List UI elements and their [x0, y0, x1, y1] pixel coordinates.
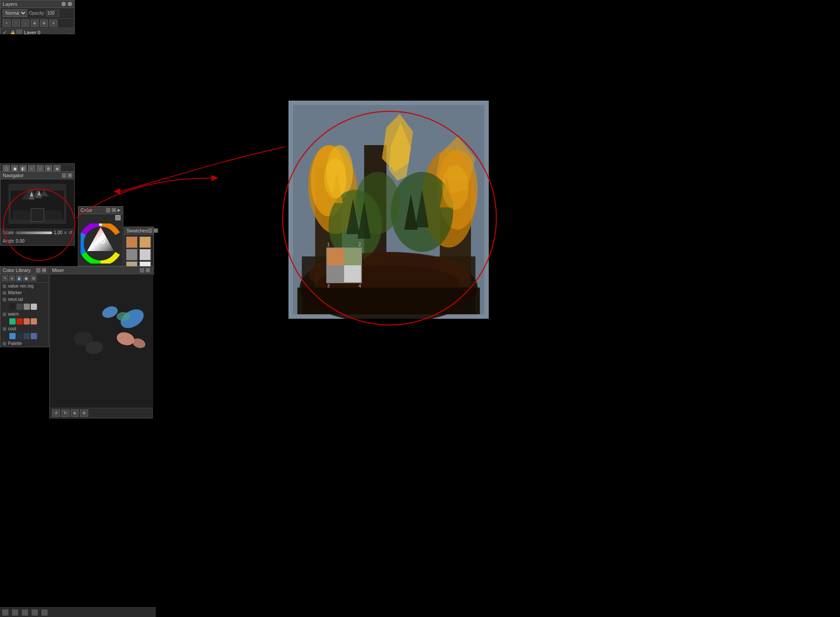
layers-close-icon[interactable]: [68, 2, 72, 6]
warm-swatch-3[interactable]: [24, 318, 30, 325]
cl-item-value-rendering[interactable]: value ren.ing: [0, 283, 49, 289]
status-icon-3[interactable]: [22, 609, 28, 616]
opacity-input[interactable]: 100: [46, 10, 59, 16]
mixer-minimize[interactable]: _: [140, 268, 144, 272]
status-icon-2[interactable]: [12, 609, 18, 616]
mixer-settings[interactable]: ⚙: [80, 410, 88, 417]
color-library-titlebar: Color Library _ ✕: [0, 267, 49, 274]
mixer-canvas[interactable]: [50, 274, 152, 408]
cl-item-neutral[interactable]: neut.ral: [0, 296, 49, 303]
navigator-thumbnail: [8, 184, 66, 224]
svg-rect-50: [297, 288, 480, 314]
color-close[interactable]: ✕: [112, 208, 116, 212]
color-square-view[interactable]: [115, 215, 121, 220]
picker-grid[interactable]: [327, 248, 361, 282]
layers-panel-titlebar: Layers: [0, 0, 74, 8]
color-triangle-icon[interactable]: ▶: [118, 208, 121, 212]
color-type-row: [78, 214, 123, 221]
picker-cell-2[interactable]: [344, 248, 361, 265]
color-minimize[interactable]: _: [106, 208, 110, 212]
cool-swatch-2[interactable]: [16, 333, 23, 339]
warm-swatches: [0, 317, 49, 325]
svg-point-47: [442, 165, 469, 210]
duplicate-layer-button[interactable]: ⊕: [31, 20, 39, 27]
angle-value: 0.00: [16, 239, 24, 244]
cl-tool-fill[interactable]: ▣: [23, 275, 29, 281]
mixer-undo[interactable]: ↺: [52, 410, 60, 417]
navigator-canvas: [0, 179, 74, 228]
mixer-bottom-toolbar: ↺ ↻ ⊕ ⚙: [50, 408, 152, 418]
cl-item-cool[interactable]: cool: [0, 325, 49, 332]
svg-marker-12: [87, 227, 114, 251]
scale-slider[interactable]: [16, 231, 52, 234]
swatch-cell-2[interactable]: [139, 236, 151, 248]
blend-mode-select[interactable]: Normal: [3, 9, 27, 17]
cl-expand-warm: [3, 313, 6, 316]
mixer-redo[interactable]: ↻: [61, 410, 69, 417]
layers-panel: Layers Normal Opacity 100 + ↑ ↓ ⊕ ⊗ ≡ ✓ …: [0, 0, 75, 38]
swatches-minimize[interactable]: _: [148, 228, 152, 233]
move-up-button[interactable]: ↑: [12, 20, 20, 27]
neutral-swatch-1[interactable]: [9, 304, 16, 310]
warm-swatch-4[interactable]: [31, 318, 37, 325]
navigator-title: Navigator: [3, 173, 24, 178]
color-lib-close[interactable]: ✕: [42, 268, 46, 272]
layer-options-button[interactable]: ≡: [49, 20, 57, 27]
navigator-close[interactable]: ✕: [68, 173, 72, 178]
color-panel-titlebar: Color _ ✕ ▶: [78, 207, 123, 214]
layers-minimize-icon[interactable]: [61, 2, 66, 6]
scale-label: Scale: [3, 230, 14, 235]
cl-tool-dropper[interactable]: 💧: [16, 275, 22, 281]
nav-extra-btn[interactable]: ≡: [64, 230, 67, 235]
neutral-swatch-2[interactable]: [16, 304, 23, 310]
cl-item-palette[interactable]: Palette: [0, 340, 49, 347]
status-icon-1[interactable]: [2, 609, 8, 616]
status-icon-4[interactable]: [32, 609, 38, 616]
color-panel-title: Color: [81, 207, 92, 213]
color-lib-minimize[interactable]: _: [36, 268, 41, 272]
painting-area[interactable]: 1 2 3 4: [288, 101, 489, 319]
cl-tool-brush[interactable]: B: [9, 275, 15, 281]
cool-swatch-4[interactable]: [31, 333, 37, 339]
cl-tool-grid[interactable]: ⊞: [30, 275, 37, 281]
mixer-add-node[interactable]: ⊕: [71, 410, 79, 417]
swatch-cell-4[interactable]: [139, 249, 151, 260]
navigator-minimize[interactable]: _: [62, 173, 66, 178]
cl-item-marker[interactable]: Marker: [0, 289, 49, 296]
picker-cell-3[interactable]: [327, 265, 344, 282]
mixer-svg: [50, 274, 153, 408]
color-wheel-container[interactable]: [81, 223, 121, 264]
swatches-titlebar: Swatches _ ✕: [124, 227, 154, 235]
swatch-cell-1[interactable]: [126, 236, 138, 248]
main-canvas[interactable]: 1 2 3 4: [288, 101, 489, 319]
picker-cell-1[interactable]: [327, 248, 344, 265]
nav-extra-btn2[interactable]: ↺: [69, 230, 72, 235]
neutral-swatch-4[interactable]: [31, 304, 37, 310]
color-wheel-svg[interactable]: [81, 223, 121, 264]
cl-label-neutral: neut.ral: [8, 297, 23, 302]
cool-swatches: [0, 332, 49, 340]
cl-tool-pencil[interactable]: ✎: [2, 275, 8, 281]
picker-cell-4[interactable]: [344, 265, 361, 282]
cool-swatch-3[interactable]: [24, 333, 30, 339]
mixer-close[interactable]: ✕: [146, 268, 150, 272]
svg-point-46: [324, 158, 346, 199]
swatch-cell-3[interactable]: [126, 249, 138, 260]
cool-swatch-1[interactable]: [9, 333, 16, 339]
move-down-button[interactable]: ↓: [21, 20, 29, 27]
warm-swatch-1[interactable]: [9, 318, 16, 325]
canvas-black-area: [0, 34, 75, 163]
delete-layer-button[interactable]: ⊗: [40, 20, 48, 27]
opacity-label: Opacity: [29, 11, 44, 16]
warm-swatch-2[interactable]: [16, 318, 23, 325]
neutral-swatch-3[interactable]: [24, 304, 30, 310]
hue-indicator[interactable]: [99, 223, 102, 226]
cl-label-value: value ren.ing: [8, 284, 33, 288]
cl-item-warm[interactable]: warm: [0, 311, 49, 317]
navigator-titlebar: Navigator _ ✕: [0, 172, 74, 179]
canvas-color-picker[interactable]: 1 2 3 4: [326, 248, 362, 283]
add-layer-button[interactable]: +: [3, 20, 11, 27]
swatches-close[interactable]: ✕: [154, 228, 158, 233]
layers-controls: Normal Opacity 100: [0, 8, 74, 19]
status-icon-5[interactable]: [41, 609, 48, 616]
